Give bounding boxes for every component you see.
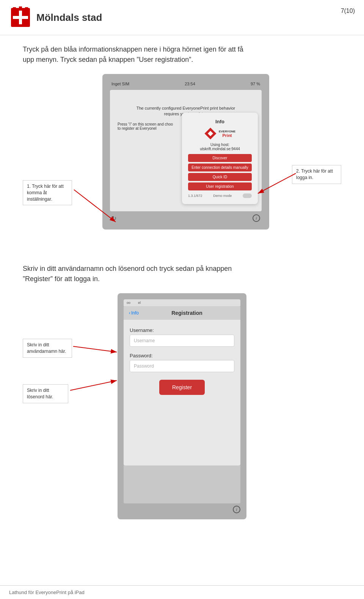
- popup-footer: 1.3.1/672 Demo mode: [188, 193, 252, 198]
- ipad-screenshot1: Inget SIM 23:54 97 % The currently confi…: [102, 74, 269, 230]
- logo-area: Mölndals stad: [9, 6, 102, 29]
- callout-username: Skriv in ditt användarnamn här.: [23, 339, 72, 358]
- svg-line-11: [70, 380, 117, 390]
- svg-rect-5: [13, 16, 28, 19]
- nav-back[interactable]: ‹ Info: [129, 310, 139, 316]
- ipad-status-bar: Inget SIM 23:54 97 %: [110, 82, 262, 86]
- screenshot1-wrapper: 1. Tryck här för att komma åt inställnin…: [23, 74, 341, 241]
- reg-nav: ‹ Info Registration: [124, 306, 240, 320]
- nav-title: Registration: [139, 310, 235, 316]
- screen-text1: The currently configured EveryonePrint p…: [118, 105, 254, 112]
- molndal-logo-icon: [9, 6, 32, 29]
- password-input[interactable]: Password: [130, 360, 234, 372]
- page-number: 7(10): [341, 8, 355, 14]
- svg-line-10: [73, 346, 117, 352]
- register-btn[interactable]: Register: [159, 380, 205, 395]
- username-input[interactable]: Username: [130, 335, 234, 347]
- popup-title: Info: [188, 119, 252, 124]
- info-popup: Info EVERYONE Pr: [182, 113, 258, 204]
- brand-bottom: Print: [219, 133, 235, 138]
- ipad-bottom-bar: ↻ i: [110, 214, 262, 222]
- prev-screen-hint: ooel: [124, 299, 240, 306]
- refresh-icon: ↻: [111, 215, 116, 222]
- username-label: Username:: [130, 327, 234, 333]
- brand-top: EVERYONE: [219, 130, 235, 133]
- password-label: Password:: [130, 353, 234, 358]
- callout-password: Skriv in ditt lösenord här.: [23, 384, 68, 403]
- registration-screen: ‹ Info Registration Username: Username P…: [124, 306, 240, 465]
- section1-intro: Tryck på den blåa informationsknappen ne…: [23, 44, 341, 65]
- section2-text: Skriv in ditt användarnamn och lösenord …: [23, 264, 341, 284]
- svg-rect-2: [19, 6, 22, 9]
- callout-right: 2. Tryck här för att logga in.: [292, 165, 341, 184]
- reg-form-body: Username: Username Password: Password Re…: [124, 320, 240, 410]
- screenshot2-wrapper: Skriv in ditt användarnamn här. Skriv in…: [23, 293, 341, 491]
- logo-text: Mölndals stad: [36, 12, 102, 24]
- discover-btn[interactable]: Discover: [188, 154, 252, 162]
- everyoneprint-logo: EVERYONE Print: [188, 127, 252, 140]
- footer-text: Lathund för EveryonePrint på iPad: [9, 590, 85, 595]
- ipad-empty-area: [124, 465, 240, 503]
- main-content: Tryck på den blåa informationsknappen ne…: [0, 35, 364, 521]
- info-circle-bottom[interactable]: i: [253, 214, 260, 222]
- demo-toggle[interactable]: [243, 193, 252, 198]
- svg-rect-3: [25, 7, 28, 9]
- userreg-btn[interactable]: User registration: [188, 182, 252, 190]
- ipad-screen: The currently configured EveryonePrint p…: [110, 90, 262, 211]
- reg-info-circle[interactable]: i: [233, 506, 240, 513]
- header: Mölndals stad 7(10): [0, 0, 364, 35]
- using-host: Using host: utskrift.molndal.se:9444: [188, 143, 252, 151]
- connection-btn[interactable]: Enter connection details manually: [188, 164, 252, 171]
- callout-left: 1. Tryck här för att komma åt inställnin…: [23, 180, 72, 205]
- svg-rect-1: [13, 7, 16, 9]
- footer: Lathund för EveryonePrint på iPad: [0, 585, 364, 599]
- quickid-btn[interactable]: Quick ID: [188, 173, 252, 181]
